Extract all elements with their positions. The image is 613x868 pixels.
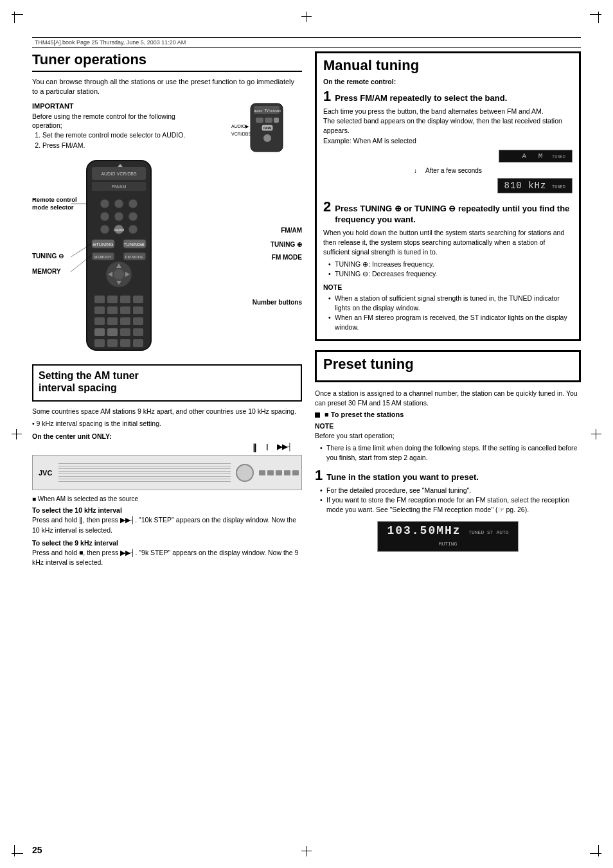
step2-bullets: TUNING ⊕: Increases frequency. TUNING ⊖:… xyxy=(323,260,573,279)
svg-rect-58 xyxy=(133,328,143,336)
svg-point-10 xyxy=(263,134,271,142)
manual-note-2: When an FM stereo program is received, t… xyxy=(328,313,573,332)
svg-rect-54 xyxy=(133,317,143,325)
svg-rect-7 xyxy=(274,118,279,123)
cross-right xyxy=(591,429,601,439)
select-9khz-heading: To select the 9 kHz interval xyxy=(32,539,302,547)
label-number-buttons: Number buttons xyxy=(253,299,302,306)
svg-text:AUDIO   VCR/DBS: AUDIO VCR/DBS xyxy=(101,172,137,176)
label-memory: MEMORY xyxy=(32,268,61,275)
label-fm-am: FM/AM xyxy=(281,227,302,234)
important-block: IMPORTANT Before using the remote contro… xyxy=(32,102,199,151)
svg-text:FM/AM: FM/AM xyxy=(114,228,124,232)
svg-point-25 xyxy=(100,225,109,234)
pause-icon: ‖ xyxy=(253,443,257,452)
unit-btn-5 xyxy=(292,470,299,475)
corner-mark-bl xyxy=(12,844,24,856)
corner-mark-tl xyxy=(12,12,24,24)
manual-tuning-title: Manual tuning xyxy=(323,57,573,74)
important-text: Before using the remote control for the … xyxy=(32,112,199,130)
preset-intro: Once a station is assigned to a channel … xyxy=(315,389,581,408)
preset-note-before: Before you start operation; xyxy=(315,431,581,441)
pipe-icon: | xyxy=(266,443,268,452)
preset-step1-heading: Tune in the station you want to preset. xyxy=(326,472,479,483)
svg-text:FM/AM: FM/AM xyxy=(112,184,127,189)
am-tuner-box: Setting the AM tunerinterval spacing xyxy=(32,364,302,402)
important-steps-list: Set the remote control mode selector to … xyxy=(42,130,199,151)
label-fm-mode: FM MODE xyxy=(272,254,302,261)
control-icons-row: ‖ | ▶▶┤ xyxy=(32,443,302,452)
jvc-unit-area: ‖ | ▶▶┤ JVC xyxy=(32,443,302,490)
svg-point-24 xyxy=(129,212,138,221)
svg-text:MEMORY: MEMORY xyxy=(94,255,112,259)
important-label: IMPORTANT xyxy=(32,102,199,110)
svg-rect-56 xyxy=(107,328,118,336)
svg-point-19 xyxy=(100,199,109,208)
unit-buttons xyxy=(259,470,299,475)
svg-text:FM/AM: FM/AM xyxy=(263,127,272,130)
step2-number: 2 xyxy=(323,200,331,214)
svg-rect-49 xyxy=(120,306,130,314)
important-section: TV AUDIO VCR/DBS FM/AM AUDIO▶ VCR/DBS xyxy=(32,102,302,151)
jvc-logo: JVC xyxy=(39,469,52,477)
svg-point-28 xyxy=(129,225,138,234)
page-title: Tuner operations xyxy=(32,51,302,72)
manual-note-1: When a station of sufficient signal stre… xyxy=(328,294,573,313)
svg-point-20 xyxy=(114,199,123,208)
select-9khz-text: Press and hold ■, then press ▶▶┤. "9k ST… xyxy=(32,548,302,567)
preset-tuning-box: Preset tuning xyxy=(315,350,581,382)
svg-rect-46 xyxy=(133,296,143,303)
intro-text: You can browse through all the stations … xyxy=(32,77,302,97)
svg-rect-48 xyxy=(107,306,118,314)
display-window-1: ​ A M TUNED xyxy=(499,150,573,163)
step2-header: 2 Press TUNING ⊕ or TUNING ⊖ repeatedly … xyxy=(323,200,573,226)
select-10khz-text: Press and hold ‖, then press ▶▶┤. "10k S… xyxy=(32,515,302,535)
arrow-down: ↓ After a few seconds xyxy=(323,166,573,174)
svg-text:FM MODE: FM MODE xyxy=(125,255,143,259)
page-number: 25 xyxy=(32,845,42,855)
inset-remote-svg: TV AUDIO VCR/DBS FM/AM AUDIO▶ VCR/DBS xyxy=(231,102,302,154)
svg-rect-60 xyxy=(107,339,118,347)
svg-text:AUDIO: AUDIO xyxy=(254,109,263,112)
cross-top xyxy=(301,12,312,22)
am-intro: Some countries space AM stations 9 kHz a… xyxy=(32,407,302,416)
to-preset-heading: ■ To preset the stations xyxy=(315,411,581,418)
svg-rect-51 xyxy=(94,317,105,325)
am-tuner-title: Setting the AM tunerinterval spacing xyxy=(39,369,296,394)
step1-number: 1 xyxy=(323,89,331,103)
svg-rect-55 xyxy=(94,328,105,336)
cross-bottom xyxy=(301,846,312,856)
left-column: Tuner operations You can browse through … xyxy=(32,51,302,570)
important-step-1: Set the remote control mode selector to … xyxy=(42,130,199,141)
svg-rect-53 xyxy=(120,317,130,325)
display-row-1: ​ A M TUNED xyxy=(323,148,573,164)
corner-mark-br xyxy=(589,844,601,856)
svg-point-23 xyxy=(114,212,123,221)
square-bullet-icon xyxy=(315,412,320,418)
file-info-text: THM45[A].book Page 25 Thursday, June 5, … xyxy=(35,39,186,46)
svg-rect-43 xyxy=(94,296,105,303)
unit-btn-1 xyxy=(259,470,265,475)
svg-rect-45 xyxy=(120,296,130,303)
label-tuning-minus: TUNING ⊖ xyxy=(32,252,64,260)
unit-display-lines xyxy=(58,463,231,483)
unit-btn-3 xyxy=(276,470,282,475)
svg-point-22 xyxy=(100,212,109,221)
svg-text:TUNING⊕: TUNING⊕ xyxy=(124,242,145,247)
preset-step1-bullets: For the detailed procedure, see "Manual … xyxy=(315,486,581,515)
svg-rect-62 xyxy=(133,339,143,347)
am-bullet: • 9 kHz interval spacing is the initial … xyxy=(32,419,302,429)
svg-rect-44 xyxy=(107,296,118,303)
preset-step1-bullet-2: If you want to store the FM reception mo… xyxy=(320,495,581,515)
display-row-2: 810 kHz TUNED xyxy=(323,177,573,195)
preset-tuning-title: Preset tuning xyxy=(323,356,573,373)
step1-header: 1 Press FM/AM repeatedly to select the b… xyxy=(323,89,573,104)
svg-text:VCR/DBS: VCR/DBS xyxy=(269,109,281,112)
svg-point-42 xyxy=(114,269,124,279)
preset-note-label: NOTE xyxy=(315,422,581,430)
main-container: Tuner operations You can browse through … xyxy=(32,51,581,836)
unit-btn-4 xyxy=(284,470,290,475)
ff-icon: ▶▶┤ xyxy=(277,443,292,452)
preset-step1-number: 1 xyxy=(315,468,323,483)
svg-rect-57 xyxy=(120,328,130,336)
